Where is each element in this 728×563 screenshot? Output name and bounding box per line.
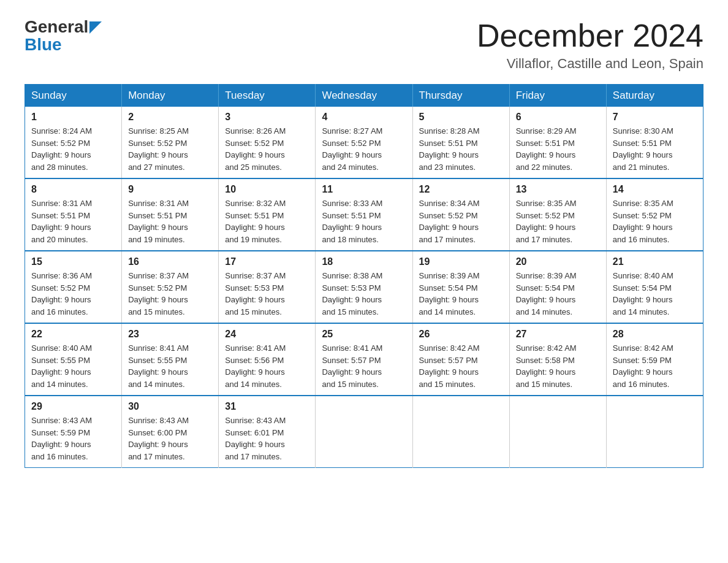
day-info: Sunrise: 8:31 AM Sunset: 5:51 PM Dayligh… [31,197,115,245]
calendar-cell [316,396,412,468]
calendar-cell: 4 Sunrise: 8:27 AM Sunset: 5:52 PM Dayli… [316,107,412,178]
calendar-cell: 22 Sunrise: 8:40 AM Sunset: 5:55 PM Dayl… [25,323,122,396]
day-number: 20 [516,256,600,267]
location-subtitle: Villaflor, Castille and Leon, Spain [477,56,703,72]
calendar-cell: 12 Sunrise: 8:34 AM Sunset: 5:52 PM Dayl… [412,178,509,251]
calendar-cell: 26 Sunrise: 8:42 AM Sunset: 5:57 PM Dayl… [412,323,509,396]
day-info: Sunrise: 8:34 AM Sunset: 5:52 PM Dayligh… [419,197,503,245]
day-info: Sunrise: 8:43 AM Sunset: 6:01 PM Dayligh… [225,415,309,462]
calendar-week-row: 8 Sunrise: 8:31 AM Sunset: 5:51 PM Dayli… [25,178,703,251]
calendar-cell: 31 Sunrise: 8:43 AM Sunset: 6:01 PM Dayl… [219,396,316,468]
calendar-cell: 27 Sunrise: 8:42 AM Sunset: 5:58 PM Dayl… [509,323,606,396]
day-number: 27 [516,329,600,340]
calendar-cell: 9 Sunrise: 8:31 AM Sunset: 5:51 PM Dayli… [122,178,219,251]
day-number: 30 [128,401,212,412]
day-number: 19 [419,256,503,267]
day-number: 28 [613,329,697,340]
day-info: Sunrise: 8:31 AM Sunset: 5:51 PM Dayligh… [128,197,212,245]
day-info: Sunrise: 8:28 AM Sunset: 5:51 PM Dayligh… [419,125,503,173]
calendar-cell: 3 Sunrise: 8:26 AM Sunset: 5:52 PM Dayli… [219,107,316,178]
calendar-week-row: 29 Sunrise: 8:43 AM Sunset: 5:59 PM Dayl… [25,396,703,468]
svg-marker-0 [89,21,102,34]
calendar-cell: 6 Sunrise: 8:29 AM Sunset: 5:51 PM Dayli… [509,107,606,178]
calendar-cell [606,396,703,468]
day-number: 21 [613,256,697,267]
calendar-cell: 10 Sunrise: 8:32 AM Sunset: 5:51 PM Dayl… [219,178,316,251]
calendar-cell: 14 Sunrise: 8:35 AM Sunset: 5:52 PM Dayl… [606,178,703,251]
calendar-week-row: 22 Sunrise: 8:40 AM Sunset: 5:55 PM Dayl… [25,323,703,396]
day-number: 15 [31,256,115,267]
day-number: 13 [516,184,600,195]
day-info: Sunrise: 8:32 AM Sunset: 5:51 PM Dayligh… [225,197,309,245]
calendar-cell: 5 Sunrise: 8:28 AM Sunset: 5:51 PM Dayli… [412,107,509,178]
calendar-cell [509,396,606,468]
logo: General Blue [25,18,102,55]
calendar-cell: 28 Sunrise: 8:42 AM Sunset: 5:59 PM Dayl… [606,323,703,396]
day-info: Sunrise: 8:41 AM Sunset: 5:56 PM Dayligh… [225,342,309,390]
title-block: December 2024 Villaflor, Castille and Le… [477,18,703,72]
calendar-cell: 17 Sunrise: 8:37 AM Sunset: 5:53 PM Dayl… [219,251,316,323]
weekday-header-thursday: Thursday [412,85,509,107]
day-info: Sunrise: 8:43 AM Sunset: 6:00 PM Dayligh… [128,415,212,462]
day-number: 17 [225,256,309,267]
day-number: 31 [225,401,309,412]
day-number: 25 [322,329,406,340]
day-number: 22 [31,329,115,340]
weekday-header-saturday: Saturday [606,85,703,107]
day-info: Sunrise: 8:39 AM Sunset: 5:54 PM Dayligh… [516,270,600,318]
weekday-header-sunday: Sunday [25,85,122,107]
weekday-header-row: SundayMondayTuesdayWednesdayThursdayFrid… [25,85,703,107]
calendar-cell: 23 Sunrise: 8:41 AM Sunset: 5:55 PM Dayl… [122,323,219,396]
calendar-week-row: 1 Sunrise: 8:24 AM Sunset: 5:52 PM Dayli… [25,107,703,178]
day-number: 14 [613,184,697,195]
day-number: 1 [31,112,115,123]
weekday-header-tuesday: Tuesday [219,85,316,107]
calendar-cell: 18 Sunrise: 8:38 AM Sunset: 5:53 PM Dayl… [316,251,412,323]
day-info: Sunrise: 8:24 AM Sunset: 5:52 PM Dayligh… [31,125,115,173]
day-info: Sunrise: 8:40 AM Sunset: 5:54 PM Dayligh… [613,270,697,318]
calendar-cell: 1 Sunrise: 8:24 AM Sunset: 5:52 PM Dayli… [25,107,122,178]
day-number: 26 [419,329,503,340]
day-info: Sunrise: 8:37 AM Sunset: 5:53 PM Dayligh… [225,270,309,318]
day-info: Sunrise: 8:37 AM Sunset: 5:52 PM Dayligh… [128,270,212,318]
day-info: Sunrise: 8:35 AM Sunset: 5:52 PM Dayligh… [516,197,600,245]
day-number: 16 [128,256,212,267]
day-number: 29 [31,401,115,412]
day-number: 2 [128,112,212,123]
day-number: 23 [128,329,212,340]
weekday-header-friday: Friday [509,85,606,107]
day-info: Sunrise: 8:36 AM Sunset: 5:52 PM Dayligh… [31,270,115,318]
day-number: 10 [225,184,309,195]
day-number: 3 [225,112,309,123]
day-number: 5 [419,112,503,123]
day-number: 6 [516,112,600,123]
calendar-week-row: 15 Sunrise: 8:36 AM Sunset: 5:52 PM Dayl… [25,251,703,323]
calendar-cell [412,396,509,468]
calendar-cell: 20 Sunrise: 8:39 AM Sunset: 5:54 PM Dayl… [509,251,606,323]
day-number: 8 [31,184,115,195]
day-info: Sunrise: 8:30 AM Sunset: 5:51 PM Dayligh… [613,125,697,173]
day-number: 9 [128,184,212,195]
calendar-cell: 7 Sunrise: 8:30 AM Sunset: 5:51 PM Dayli… [606,107,703,178]
day-info: Sunrise: 8:29 AM Sunset: 5:51 PM Dayligh… [516,125,600,173]
weekday-header-monday: Monday [122,85,219,107]
calendar-cell: 13 Sunrise: 8:35 AM Sunset: 5:52 PM Dayl… [509,178,606,251]
day-info: Sunrise: 8:33 AM Sunset: 5:51 PM Dayligh… [322,197,406,245]
day-number: 4 [322,112,406,123]
day-info: Sunrise: 8:42 AM Sunset: 5:57 PM Dayligh… [419,342,503,390]
day-info: Sunrise: 8:35 AM Sunset: 5:52 PM Dayligh… [613,197,697,245]
day-info: Sunrise: 8:38 AM Sunset: 5:53 PM Dayligh… [322,270,406,318]
weekday-header-wednesday: Wednesday [316,85,412,107]
calendar-table: SundayMondayTuesdayWednesdayThursdayFrid… [25,84,703,468]
calendar-cell: 8 Sunrise: 8:31 AM Sunset: 5:51 PM Dayli… [25,178,122,251]
day-info: Sunrise: 8:27 AM Sunset: 5:52 PM Dayligh… [322,125,406,173]
logo-general: General [25,18,88,36]
logo-arrow-icon [89,21,102,34]
day-info: Sunrise: 8:41 AM Sunset: 5:55 PM Dayligh… [128,342,212,390]
day-info: Sunrise: 8:40 AM Sunset: 5:55 PM Dayligh… [31,342,115,390]
day-info: Sunrise: 8:26 AM Sunset: 5:52 PM Dayligh… [225,125,309,173]
day-info: Sunrise: 8:42 AM Sunset: 5:58 PM Dayligh… [516,342,600,390]
calendar-cell: 29 Sunrise: 8:43 AM Sunset: 5:59 PM Dayl… [25,396,122,468]
calendar-cell: 16 Sunrise: 8:37 AM Sunset: 5:52 PM Dayl… [122,251,219,323]
day-info: Sunrise: 8:41 AM Sunset: 5:57 PM Dayligh… [322,342,406,390]
